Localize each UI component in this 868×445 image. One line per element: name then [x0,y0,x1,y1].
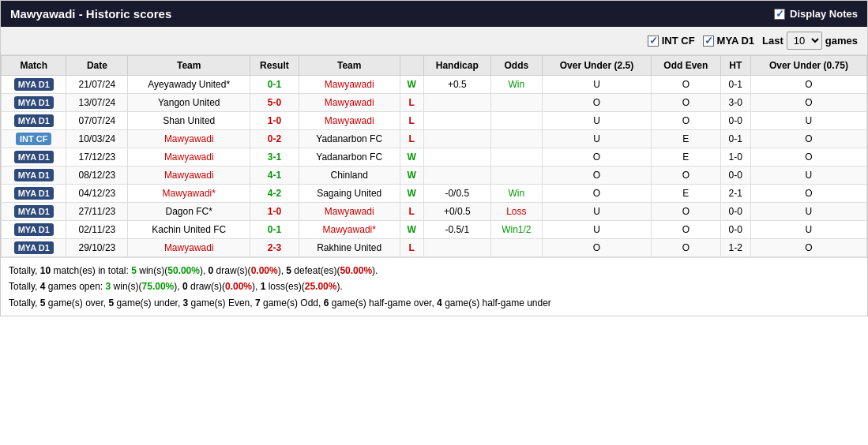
stat-odd: 7 [255,297,261,309]
date-cell: 10/03/24 [66,130,128,148]
ou25-cell: O [542,94,651,112]
handicap-cell: -0.5/1 [423,221,490,239]
team1-cell: Yangon United [128,94,250,112]
match-badge: MYA D1 [14,241,54,254]
match-type-cell: MYA D1 [2,203,66,221]
ht-cell: 0-1 [720,130,750,148]
stat-even: 3 [183,297,189,309]
team1-cell: Mawyawadi* [128,185,250,203]
total-draws: 0 [209,265,214,276]
team1-cell: Mawyawadi [128,239,250,257]
display-notes-checkbox[interactable] [774,9,785,20]
total-defeats-pct: 50.00% [340,265,372,276]
ht-cell: 0-0 [720,221,750,239]
ht-cell: 0-0 [720,203,750,221]
last-games-group: Last 5 10 15 20 All games [762,32,858,50]
table-row: MYA D129/10/23Mawyawadi2-3Rakhine United… [2,239,867,257]
oe-cell: O [651,221,720,239]
team2-cell: Mawyawadi [299,112,400,130]
team2-cell: Sagaing United [299,185,400,203]
ht-cell: 1-0 [720,148,750,166]
match-type-cell: INT CF [2,130,66,148]
team1-cell: Mawyawadi [128,166,250,185]
wl-cell: W [400,221,423,239]
team1-cell: Ayeyawady United* [128,76,250,94]
open-losses: 1 [261,281,266,292]
team1-cell: Shan United [128,112,250,130]
result-cell: 4-2 [250,185,299,203]
footer-line1: Totally, 10 match(es) in total: 5 win(s)… [9,263,859,279]
col-ou075: Over Under (0.75) [750,56,866,76]
col-ou25: Over Under (2.5) [542,56,651,76]
team2-cell: Mawyawadi* [299,221,400,239]
date-cell: 08/12/23 [66,166,128,185]
match-type-cell: MYA D1 [2,94,66,112]
ou25-cell: U [542,112,651,130]
handicap-cell [423,94,490,112]
wl-cell: L [400,112,423,130]
handicap-cell [423,166,490,185]
last-games-select[interactable]: 5 10 15 20 All [787,32,822,50]
ht-cell: 1-2 [720,239,750,257]
oe-cell: O [651,166,720,185]
ou075-cell: O [750,185,866,203]
date-cell: 29/10/23 [66,239,128,257]
wl-cell: L [400,94,423,112]
match-badge: INT CF [16,133,51,145]
handicap-cell [423,239,490,257]
team2-cell: Mawyawadi [299,203,400,221]
ou25-cell: O [542,239,651,257]
oe-cell: E [651,130,720,148]
ht-cell: 0-0 [720,166,750,185]
result-cell: 3-1 [250,148,299,166]
oe-cell: O [651,76,720,94]
int-cf-checkbox[interactable] [648,36,659,47]
result-cell: 1-0 [250,112,299,130]
result-cell: 5-0 [250,94,299,112]
col-team2: Team [299,56,400,76]
oe-cell: O [651,203,720,221]
open-draws: 0 [182,281,188,292]
odds-cell: Loss [490,203,542,221]
result-cell: 2-3 [250,239,299,257]
total-wins: 5 [131,265,137,276]
int-cf-filter: INT CF [648,35,695,47]
date-cell: 07/07/24 [66,112,128,130]
table-row: MYA D117/12/23Mawyawadi3-1Yadanarbon FCW… [2,148,867,166]
table-row: MYA D102/11/23Kachin United FC0-1Mawyawa… [2,221,867,239]
odds-cell [490,166,542,185]
col-wl [400,56,423,76]
oe-cell: O [651,94,720,112]
filter-bar: INT CF MYA D1 Last 5 10 15 20 All games [1,27,867,55]
col-team1: Team [128,56,250,76]
table-row: MYA D108/12/23Mawyawadi4-1ChinlandWOO0-0… [2,166,867,185]
col-match: Match [2,56,66,76]
table-row: MYA D127/11/23Dagon FC*1-0MawyawadiL+0/0… [2,203,867,221]
total-defeats: 5 [286,265,291,276]
ou075-cell: O [750,76,866,94]
ou075-cell: U [750,203,866,221]
table-row: MYA D104/12/23Mawyawadi*4-2Sagaing Unite… [2,185,867,203]
mya-d1-checkbox[interactable] [703,36,714,47]
ou25-cell: O [542,166,651,185]
col-result: Result [250,56,299,76]
result-cell: 0-1 [250,221,299,239]
team2-cell: Yadanarbon FC [299,130,400,148]
ou25-cell: U [542,76,651,94]
match-type-cell: MYA D1 [2,148,66,166]
footer-line3: Totally, 5 game(s) over, 5 game(s) under… [9,295,859,311]
match-badge: MYA D1 [14,187,54,200]
table-row: MYA D113/07/24Yangon United5-0MawyawadiL… [2,94,867,112]
date-cell: 02/11/23 [66,221,128,239]
odds-cell [490,130,542,148]
match-badge: MYA D1 [14,114,54,127]
ht-cell: 0-0 [720,112,750,130]
open-games: 4 [40,281,46,292]
ou075-cell: O [750,148,866,166]
odds-cell [490,148,542,166]
oe-cell: E [651,185,720,203]
open-draws-pct: 0.00% [225,281,252,292]
team2-cell: Rakhine United [299,239,400,257]
date-cell: 27/11/23 [66,203,128,221]
date-cell: 17/12/23 [66,148,128,166]
